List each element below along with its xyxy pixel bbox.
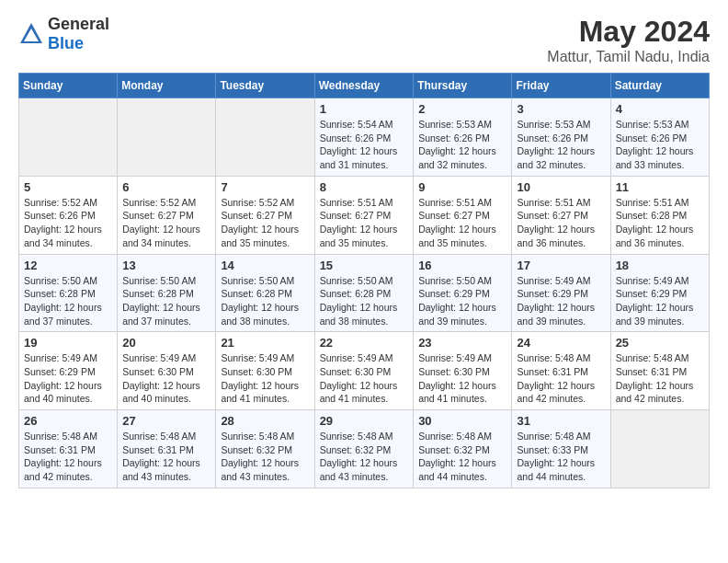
day-info: Sunrise: 5:49 AM Sunset: 6:30 PM Dayligh… [418, 351, 506, 406]
day-number: 28 [221, 414, 309, 428]
day-cell: 10Sunrise: 5:51 AM Sunset: 6:27 PM Dayli… [512, 176, 610, 254]
day-number: 24 [517, 336, 605, 350]
day-cell: 22Sunrise: 5:49 AM Sunset: 6:30 PM Dayli… [314, 332, 414, 410]
day-number: 19 [24, 336, 112, 350]
logo-general: General [48, 15, 109, 33]
day-cell: 1Sunrise: 5:54 AM Sunset: 6:26 PM Daylig… [314, 98, 414, 177]
day-number: 20 [122, 336, 210, 350]
day-number: 5 [24, 180, 112, 194]
day-number: 27 [122, 414, 210, 428]
day-cell: 2Sunrise: 5:53 AM Sunset: 6:26 PM Daylig… [414, 98, 512, 177]
day-number: 25 [616, 336, 704, 350]
weekday-header-row: SundayMondayTuesdayWednesdayThursdayFrid… [19, 74, 710, 98]
day-cell: 24Sunrise: 5:48 AM Sunset: 6:31 PM Dayli… [512, 332, 610, 410]
day-info: Sunrise: 5:51 AM Sunset: 6:27 PM Dayligh… [517, 196, 605, 250]
day-cell [118, 98, 216, 177]
day-number: 10 [517, 180, 605, 194]
day-number: 4 [616, 102, 704, 116]
day-cell: 12Sunrise: 5:50 AM Sunset: 6:28 PM Dayli… [19, 254, 118, 332]
day-number: 14 [221, 259, 309, 272]
day-cell: 8Sunrise: 5:51 AM Sunset: 6:27 PM Daylig… [314, 176, 414, 254]
header: General Blue May 2024 Mattur, Tamil Nadu… [18, 15, 710, 65]
logo: General Blue [18, 15, 109, 53]
day-info: Sunrise: 5:48 AM Sunset: 6:33 PM Dayligh… [517, 430, 605, 484]
day-info: Sunrise: 5:49 AM Sunset: 6:30 PM Dayligh… [320, 351, 409, 406]
day-info: Sunrise: 5:48 AM Sunset: 6:31 PM Dayligh… [24, 430, 112, 484]
day-info: Sunrise: 5:53 AM Sunset: 6:26 PM Dayligh… [616, 118, 704, 172]
day-number: 17 [517, 259, 605, 272]
day-info: Sunrise: 5:48 AM Sunset: 6:32 PM Dayligh… [221, 430, 309, 484]
day-number: 8 [320, 180, 409, 194]
day-number: 26 [24, 414, 112, 428]
logo-icon [18, 21, 44, 47]
day-info: Sunrise: 5:48 AM Sunset: 6:32 PM Dayligh… [418, 430, 506, 484]
logo-text: General Blue [48, 15, 109, 53]
day-info: Sunrise: 5:48 AM Sunset: 6:31 PM Dayligh… [122, 430, 210, 484]
day-number: 29 [320, 414, 409, 428]
day-cell [610, 410, 709, 488]
day-cell: 31Sunrise: 5:48 AM Sunset: 6:33 PM Dayli… [512, 410, 610, 488]
day-info: Sunrise: 5:51 AM Sunset: 6:28 PM Dayligh… [616, 196, 704, 250]
day-cell: 19Sunrise: 5:49 AM Sunset: 6:29 PM Dayli… [19, 332, 118, 410]
day-number: 6 [122, 180, 210, 194]
day-number: 21 [221, 336, 309, 350]
day-info: Sunrise: 5:49 AM Sunset: 6:30 PM Dayligh… [221, 351, 309, 406]
week-row-3: 12Sunrise: 5:50 AM Sunset: 6:28 PM Dayli… [19, 254, 710, 332]
day-cell: 25Sunrise: 5:48 AM Sunset: 6:31 PM Dayli… [610, 332, 709, 410]
day-number: 1 [320, 102, 409, 116]
day-cell: 28Sunrise: 5:48 AM Sunset: 6:32 PM Dayli… [216, 410, 314, 488]
weekday-header-tuesday: Tuesday [216, 74, 314, 98]
day-number: 9 [418, 180, 506, 194]
day-info: Sunrise: 5:52 AM Sunset: 6:26 PM Dayligh… [24, 196, 112, 250]
weekday-header-thursday: Thursday [414, 74, 512, 98]
day-info: Sunrise: 5:54 AM Sunset: 6:26 PM Dayligh… [320, 118, 409, 172]
day-cell: 7Sunrise: 5:52 AM Sunset: 6:27 PM Daylig… [216, 176, 314, 254]
day-cell: 3Sunrise: 5:53 AM Sunset: 6:26 PM Daylig… [512, 98, 610, 177]
day-number: 7 [221, 180, 309, 194]
day-cell: 13Sunrise: 5:50 AM Sunset: 6:28 PM Dayli… [118, 254, 216, 332]
day-cell: 23Sunrise: 5:49 AM Sunset: 6:30 PM Dayli… [414, 332, 512, 410]
day-cell: 4Sunrise: 5:53 AM Sunset: 6:26 PM Daylig… [610, 98, 709, 177]
day-number: 22 [320, 336, 409, 350]
day-cell: 9Sunrise: 5:51 AM Sunset: 6:27 PM Daylig… [414, 176, 512, 254]
day-cell: 17Sunrise: 5:49 AM Sunset: 6:29 PM Dayli… [512, 254, 610, 332]
weekday-header-wednesday: Wednesday [314, 74, 414, 98]
week-row-5: 26Sunrise: 5:48 AM Sunset: 6:31 PM Dayli… [19, 410, 710, 488]
day-info: Sunrise: 5:48 AM Sunset: 6:32 PM Dayligh… [320, 430, 409, 484]
weekday-header-monday: Monday [118, 74, 216, 98]
day-cell: 30Sunrise: 5:48 AM Sunset: 6:32 PM Dayli… [414, 410, 512, 488]
day-cell: 29Sunrise: 5:48 AM Sunset: 6:32 PM Dayli… [314, 410, 414, 488]
day-info: Sunrise: 5:53 AM Sunset: 6:26 PM Dayligh… [418, 118, 506, 172]
day-cell: 20Sunrise: 5:49 AM Sunset: 6:30 PM Dayli… [118, 332, 216, 410]
day-number: 18 [616, 259, 704, 272]
day-info: Sunrise: 5:51 AM Sunset: 6:27 PM Dayligh… [418, 196, 506, 250]
day-number: 2 [418, 102, 506, 116]
day-info: Sunrise: 5:53 AM Sunset: 6:26 PM Dayligh… [517, 118, 605, 172]
day-cell: 15Sunrise: 5:50 AM Sunset: 6:28 PM Dayli… [314, 254, 414, 332]
day-info: Sunrise: 5:48 AM Sunset: 6:31 PM Dayligh… [517, 351, 605, 406]
day-info: Sunrise: 5:50 AM Sunset: 6:29 PM Dayligh… [418, 274, 506, 328]
day-info: Sunrise: 5:48 AM Sunset: 6:31 PM Dayligh… [616, 351, 704, 406]
weekday-header-friday: Friday [512, 74, 610, 98]
day-number: 11 [616, 180, 704, 194]
day-number: 15 [320, 259, 409, 272]
day-cell: 11Sunrise: 5:51 AM Sunset: 6:28 PM Dayli… [610, 176, 709, 254]
day-info: Sunrise: 5:50 AM Sunset: 6:28 PM Dayligh… [122, 274, 210, 328]
day-info: Sunrise: 5:49 AM Sunset: 6:30 PM Dayligh… [122, 351, 210, 406]
day-number: 31 [517, 414, 605, 428]
day-number: 16 [418, 259, 506, 272]
day-cell: 16Sunrise: 5:50 AM Sunset: 6:29 PM Dayli… [414, 254, 512, 332]
day-cell: 6Sunrise: 5:52 AM Sunset: 6:27 PM Daylig… [118, 176, 216, 254]
day-number: 13 [122, 259, 210, 272]
weekday-header-saturday: Saturday [610, 74, 709, 98]
day-info: Sunrise: 5:50 AM Sunset: 6:28 PM Dayligh… [221, 274, 309, 328]
logo-blue: Blue [48, 34, 84, 52]
day-number: 3 [517, 102, 605, 116]
day-number: 12 [24, 259, 112, 272]
day-cell: 27Sunrise: 5:48 AM Sunset: 6:31 PM Dayli… [118, 410, 216, 488]
day-cell [216, 98, 314, 177]
main-title: May 2024 [547, 15, 710, 49]
calendar: SundayMondayTuesdayWednesdayThursdayFrid… [18, 73, 710, 488]
day-info: Sunrise: 5:51 AM Sunset: 6:27 PM Dayligh… [320, 196, 409, 250]
day-cell: 21Sunrise: 5:49 AM Sunset: 6:30 PM Dayli… [216, 332, 314, 410]
